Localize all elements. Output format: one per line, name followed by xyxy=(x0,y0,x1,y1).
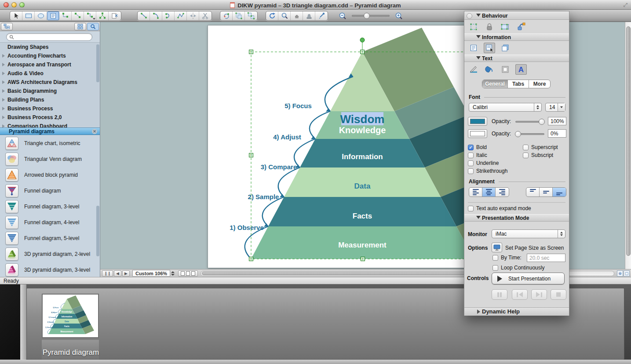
connector-dropdown-arrow[interactable] xyxy=(93,18,95,20)
checkbox-icon[interactable] xyxy=(468,160,474,166)
checkbox-icon[interactable] xyxy=(468,168,474,174)
copies-button[interactable] xyxy=(500,43,511,53)
step-label-observe[interactable]: 1) Observe xyxy=(230,224,264,231)
text-style-button[interactable] xyxy=(468,64,479,75)
bold-checkbox[interactable]: ✓Bold xyxy=(468,144,487,150)
split-tool-button[interactable] xyxy=(187,11,199,20)
loop-checkbox[interactable]: Loop Continuously xyxy=(492,265,544,271)
library-item[interactable]: Aerospace and Transport xyxy=(0,60,100,69)
text-opacity-value[interactable]: 100% xyxy=(548,117,566,125)
pan-tool-button[interactable] xyxy=(291,11,303,20)
ellipse-tool-button[interactable] xyxy=(35,11,47,20)
pointer-tool-button[interactable] xyxy=(10,11,22,20)
next-slide-button[interactable] xyxy=(531,289,547,300)
checkbox-icon[interactable] xyxy=(523,145,529,150)
monitor-stepper[interactable] xyxy=(558,230,565,238)
step-label-focus[interactable]: 5) Focus xyxy=(284,102,312,109)
text-background-button[interactable] xyxy=(500,64,511,75)
shape-item[interactable]: Funnel diagram, 5-level xyxy=(0,230,100,246)
align-top-button[interactable] xyxy=(526,188,540,197)
library-tree-button[interactable] xyxy=(1,23,13,30)
disclosure-triangle-icon[interactable] xyxy=(2,98,5,102)
ungroup-tool-button[interactable] xyxy=(245,11,257,20)
checkbox-icon[interactable] xyxy=(492,265,498,271)
checkbox-checked-icon[interactable]: ✓ xyxy=(468,145,474,150)
set-page-size-button[interactable] xyxy=(492,243,502,252)
stamp-tool-button[interactable] xyxy=(303,11,315,20)
library-item[interactable]: Audio & Video xyxy=(0,69,100,78)
subscript-checkbox[interactable]: Subscript xyxy=(523,152,553,158)
eyedropper-tool-button[interactable] xyxy=(315,11,328,20)
library-list-scrollbar[interactable] xyxy=(96,44,99,82)
bezier-tool-button[interactable] xyxy=(162,11,175,20)
start-presentation-button[interactable]: Start Presentation xyxy=(492,273,565,284)
monitor-select[interactable]: iMac xyxy=(492,229,565,238)
text-fill-button[interactable] xyxy=(484,64,495,75)
resize-behaviour-button[interactable] xyxy=(500,22,511,32)
library-search-button[interactable] xyxy=(87,23,99,30)
step-label-compare[interactable]: 3) Compare xyxy=(261,163,297,171)
fullscreen-icon[interactable]: ⤢ xyxy=(623,2,627,8)
next-page-button[interactable]: ▶ xyxy=(122,270,130,277)
tab-tabs[interactable]: Tabs xyxy=(508,80,529,88)
tree-connector-tool-button[interactable] xyxy=(96,11,109,20)
library-item[interactable]: Business Process xyxy=(0,104,100,113)
disclosure-triangle-icon[interactable] xyxy=(2,54,5,58)
information-section-header[interactable]: Information xyxy=(464,33,569,41)
lock-behaviour-button[interactable] xyxy=(484,22,495,32)
panel-knob-icon[interactable] xyxy=(467,13,472,19)
shape-item[interactable]: Arrowed block pyramid xyxy=(0,167,100,183)
expand-triangle-icon[interactable] xyxy=(477,309,480,314)
by-time-checkbox[interactable]: By Time: xyxy=(492,255,522,261)
group-tool-button[interactable] xyxy=(233,11,245,20)
shape-item[interactable]: Triangle chart, isometric xyxy=(0,135,100,151)
font-size-select[interactable]: 14 xyxy=(545,103,565,112)
zoom-tool-button[interactable] xyxy=(278,11,291,20)
tab-more[interactable]: More xyxy=(529,80,550,88)
pyramid-label-information[interactable]: Information xyxy=(342,153,383,161)
cut-tool-button[interactable] xyxy=(199,11,212,20)
checkbox-icon[interactable] xyxy=(468,206,474,211)
vertical-scrollbar-thumb[interactable] xyxy=(626,26,631,256)
rectangle-tool-button[interactable] xyxy=(22,11,35,20)
zoom-slider[interactable] xyxy=(352,15,390,17)
font-family-stepper[interactable] xyxy=(534,103,541,111)
canvas-vertical-scrollbar[interactable] xyxy=(625,22,631,269)
font-family-select[interactable]: Calibri xyxy=(469,103,542,112)
text-section-header[interactable]: Text xyxy=(464,55,569,62)
text-opacity-slider[interactable] xyxy=(515,121,544,123)
align-bottom-button[interactable] xyxy=(553,188,566,197)
stop-button[interactable] xyxy=(551,289,566,300)
disclosure-triangle-icon[interactable] xyxy=(2,116,5,119)
library-item[interactable]: Drawing Shapes xyxy=(0,43,100,51)
library-item[interactable]: Business Process 2,0 xyxy=(0,113,100,122)
note-button[interactable] xyxy=(468,43,479,53)
rotate-shape-tool-button[interactable] xyxy=(220,11,233,20)
zoom-out-icon[interactable] xyxy=(339,12,347,20)
presentation-section-header[interactable]: Presentation Mode xyxy=(464,214,569,222)
library-item[interactable]: AWS Architecture Diagrams xyxy=(0,78,100,87)
disclosure-triangle-icon[interactable] xyxy=(2,89,5,93)
library-item[interactable]: Accounting Flowcharts xyxy=(0,51,100,60)
page-list-button[interactable]: ❙❙ xyxy=(102,270,113,277)
pyramid-label-knowledge[interactable]: Knowledge xyxy=(339,125,386,135)
smart-connector-tool-button[interactable] xyxy=(84,11,96,20)
pyramid-panel-header[interactable]: Pyramid diagrams ✕ xyxy=(0,127,100,135)
horizontal-scrollbar-thumb[interactable] xyxy=(202,272,499,275)
behaviour-section-header[interactable]: Behaviour xyxy=(464,11,569,20)
tab-general[interactable]: General xyxy=(482,80,508,88)
bg-opacity-knob[interactable] xyxy=(515,131,521,137)
close-panel-icon[interactable]: ✕ xyxy=(92,129,97,134)
shape-item[interactable]: Funnel diagram xyxy=(0,183,100,199)
disclosure-triangle-icon[interactable] xyxy=(2,80,5,84)
step-label-adjust[interactable]: 4) Adjust xyxy=(273,133,301,141)
align-left-button[interactable] xyxy=(469,188,482,197)
zoom-in-icon[interactable] xyxy=(395,12,403,20)
rotation-handle[interactable] xyxy=(360,38,365,42)
shape-item[interactable]: Funnel diagram, 4-level xyxy=(0,215,100,230)
selection-behaviour-button[interactable] xyxy=(468,22,479,32)
auto-expand-checkbox[interactable]: Text auto expand mode xyxy=(468,205,531,211)
text-color-swatch-button[interactable] xyxy=(468,117,487,126)
disclosure-triangle-icon[interactable] xyxy=(2,72,5,75)
refresh-tool-button[interactable] xyxy=(266,11,278,20)
